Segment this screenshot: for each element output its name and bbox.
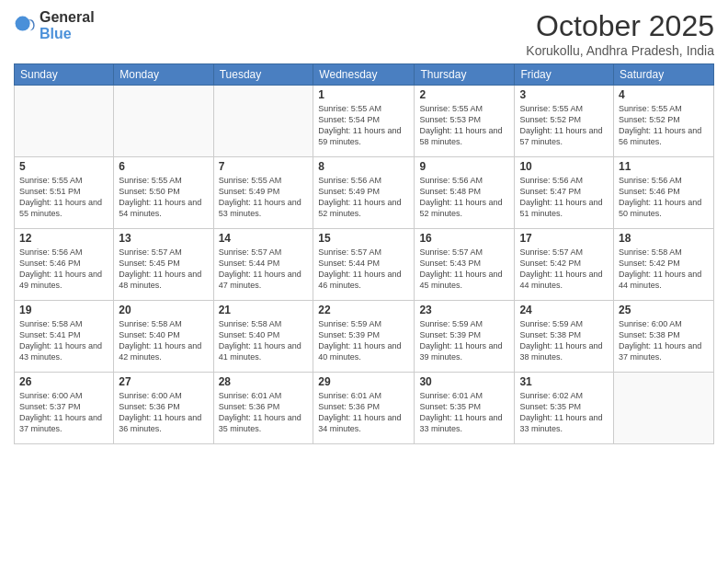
logo-icon [14,15,36,37]
page: General Blue October 2025 Korukollu, And… [0,0,728,563]
calendar-cell: 26Sunrise: 6:00 AM Sunset: 5:37 PM Dayli… [15,373,114,444]
day-info: Sunrise: 5:57 AM Sunset: 5:42 PM Dayligh… [519,247,609,292]
calendar: SundayMondayTuesdayWednesdayThursdayFrid… [14,63,714,444]
day-number: 8 [318,160,409,173]
calendar-cell [114,86,213,157]
day-number: 23 [419,304,509,316]
day-number: 30 [419,375,509,388]
day-info: Sunrise: 6:01 AM Sunset: 5:36 PM Dayligh… [219,390,309,435]
day-info: Sunrise: 5:56 AM Sunset: 5:46 PM Dayligh… [19,247,108,292]
svg-point-0 [16,17,30,31]
title-area: October 2025 Korukollu, Andhra Pradesh, … [526,9,714,58]
calendar-cell: 23Sunrise: 5:59 AM Sunset: 5:39 PM Dayli… [415,301,515,373]
calendar-cell: 20Sunrise: 5:58 AM Sunset: 5:40 PM Dayli… [114,301,213,373]
calendar-week-row: 19Sunrise: 5:58 AM Sunset: 5:41 PM Dayli… [15,301,714,373]
calendar-cell: 22Sunrise: 5:59 AM Sunset: 5:39 PM Dayli… [313,301,415,373]
day-number: 12 [19,232,108,245]
day-number: 19 [19,304,108,316]
day-number: 11 [619,160,709,173]
day-number: 7 [219,160,309,173]
day-info: Sunrise: 5:55 AM Sunset: 5:52 PM Dayligh… [519,103,609,148]
day-number: 1 [318,88,409,101]
day-number: 10 [519,160,609,173]
day-number: 22 [318,304,409,316]
calendar-cell [614,373,714,444]
day-number: 26 [19,375,108,388]
day-number: 15 [318,232,409,245]
day-number: 17 [519,232,609,245]
calendar-cell: 4Sunrise: 5:55 AM Sunset: 5:52 PM Daylig… [614,86,714,157]
day-number: 16 [419,232,509,245]
calendar-week-row: 26Sunrise: 6:00 AM Sunset: 5:37 PM Dayli… [15,373,714,444]
calendar-cell: 28Sunrise: 6:01 AM Sunset: 5:36 PM Dayli… [213,373,313,444]
weekday-header: Tuesday [213,64,313,86]
logo: General Blue [14,9,95,42]
calendar-cell: 13Sunrise: 5:57 AM Sunset: 5:45 PM Dayli… [114,229,213,301]
weekday-header: Monday [114,64,213,86]
day-number: 9 [419,160,509,173]
calendar-cell: 29Sunrise: 6:01 AM Sunset: 5:36 PM Dayli… [313,373,415,444]
weekday-header: Thursday [415,64,515,86]
day-number: 4 [619,88,709,101]
weekday-row: SundayMondayTuesdayWednesdayThursdayFrid… [15,64,714,86]
day-number: 21 [219,304,309,316]
day-info: Sunrise: 6:02 AM Sunset: 5:35 PM Dayligh… [519,390,609,435]
calendar-cell: 21Sunrise: 5:58 AM Sunset: 5:40 PM Dayli… [213,301,313,373]
day-info: Sunrise: 6:00 AM Sunset: 5:37 PM Dayligh… [19,390,108,435]
calendar-cell: 3Sunrise: 5:55 AM Sunset: 5:52 PM Daylig… [515,86,614,157]
day-info: Sunrise: 5:57 AM Sunset: 5:45 PM Dayligh… [119,247,208,292]
day-info: Sunrise: 5:55 AM Sunset: 5:54 PM Dayligh… [318,103,409,148]
calendar-cell [213,86,313,157]
day-info: Sunrise: 5:56 AM Sunset: 5:49 PM Dayligh… [318,175,409,220]
day-number: 18 [619,232,709,245]
calendar-cell: 31Sunrise: 6:02 AM Sunset: 5:35 PM Dayli… [515,373,614,444]
weekday-header: Wednesday [313,64,415,86]
calendar-cell: 15Sunrise: 5:57 AM Sunset: 5:44 PM Dayli… [313,229,415,301]
calendar-body: 1Sunrise: 5:55 AM Sunset: 5:54 PM Daylig… [15,86,714,444]
calendar-cell: 11Sunrise: 5:56 AM Sunset: 5:46 PM Dayli… [614,157,714,229]
calendar-cell: 16Sunrise: 5:57 AM Sunset: 5:43 PM Dayli… [415,229,515,301]
day-info: Sunrise: 6:00 AM Sunset: 5:36 PM Dayligh… [119,390,208,435]
day-info: Sunrise: 6:01 AM Sunset: 5:35 PM Dayligh… [419,390,509,435]
day-info: Sunrise: 5:59 AM Sunset: 5:39 PM Dayligh… [318,318,409,363]
weekday-header: Saturday [614,64,714,86]
day-info: Sunrise: 5:58 AM Sunset: 5:40 PM Dayligh… [119,318,208,363]
day-info: Sunrise: 5:56 AM Sunset: 5:47 PM Dayligh… [519,175,609,220]
calendar-cell: 18Sunrise: 5:58 AM Sunset: 5:42 PM Dayli… [614,229,714,301]
day-number: 14 [219,232,309,245]
day-info: Sunrise: 6:01 AM Sunset: 5:36 PM Dayligh… [318,390,409,435]
day-number: 31 [519,375,609,388]
weekday-header: Friday [515,64,614,86]
calendar-cell: 30Sunrise: 6:01 AM Sunset: 5:35 PM Dayli… [415,373,515,444]
logo-blue: Blue [40,26,95,42]
calendar-cell: 27Sunrise: 6:00 AM Sunset: 5:36 PM Dayli… [114,373,213,444]
day-number: 28 [219,375,309,388]
calendar-cell: 8Sunrise: 5:56 AM Sunset: 5:49 PM Daylig… [313,157,415,229]
calendar-cell: 1Sunrise: 5:55 AM Sunset: 5:54 PM Daylig… [313,86,415,157]
day-info: Sunrise: 5:59 AM Sunset: 5:38 PM Dayligh… [519,318,609,363]
calendar-cell: 7Sunrise: 5:55 AM Sunset: 5:49 PM Daylig… [213,157,313,229]
day-number: 2 [419,88,509,101]
calendar-cell: 12Sunrise: 5:56 AM Sunset: 5:46 PM Dayli… [15,229,114,301]
day-number: 6 [119,160,208,173]
calendar-cell: 25Sunrise: 6:00 AM Sunset: 5:38 PM Dayli… [614,301,714,373]
calendar-cell: 2Sunrise: 5:55 AM Sunset: 5:53 PM Daylig… [415,86,515,157]
day-info: Sunrise: 5:57 AM Sunset: 5:44 PM Dayligh… [219,247,309,292]
day-info: Sunrise: 5:58 AM Sunset: 5:41 PM Dayligh… [19,318,108,363]
day-info: Sunrise: 5:57 AM Sunset: 5:43 PM Dayligh… [419,247,509,292]
calendar-cell: 5Sunrise: 5:55 AM Sunset: 5:51 PM Daylig… [15,157,114,229]
day-info: Sunrise: 5:59 AM Sunset: 5:39 PM Dayligh… [419,318,509,363]
calendar-cell: 10Sunrise: 5:56 AM Sunset: 5:47 PM Dayli… [515,157,614,229]
calendar-cell: 6Sunrise: 5:55 AM Sunset: 5:50 PM Daylig… [114,157,213,229]
day-number: 24 [519,304,609,316]
weekday-header: Sunday [15,64,114,86]
logo-general: General [40,9,95,26]
day-info: Sunrise: 5:58 AM Sunset: 5:42 PM Dayligh… [619,247,709,292]
day-number: 25 [619,304,709,316]
day-info: Sunrise: 6:00 AM Sunset: 5:38 PM Dayligh… [619,318,709,363]
header: General Blue October 2025 Korukollu, And… [14,9,714,58]
day-number: 13 [119,232,208,245]
calendar-week-row: 5Sunrise: 5:55 AM Sunset: 5:51 PM Daylig… [15,157,714,229]
calendar-week-row: 1Sunrise: 5:55 AM Sunset: 5:54 PM Daylig… [15,86,714,157]
month-title: October 2025 [526,9,714,43]
